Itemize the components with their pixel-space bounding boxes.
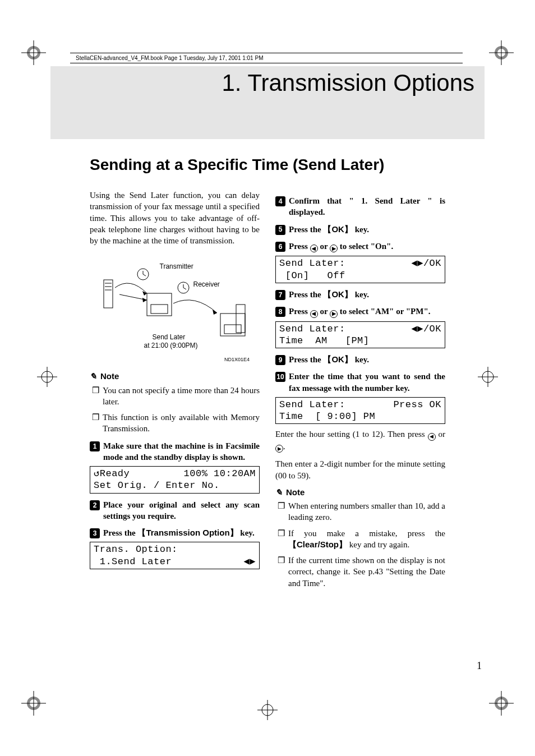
step-badge: 8 [275,307,285,317]
lcd-line: Send Later: [279,258,345,269]
step-badge: 10 [275,372,285,382]
step-text: Press the OK key. [289,224,369,235]
lcd-display: Trans. Option: 1.Send Later◀▶ [90,542,260,569]
chapter-title: 1. Transmission Options [222,70,474,96]
lcd-line: Set Orig. / Enter No. [94,480,220,491]
lcd-line: Send Later: [279,399,345,410]
body-text-part: Enter the hour setting (1 to 12). Then p… [275,430,428,439]
note-item: This function is only available with Mem… [103,412,260,435]
header-strip: StellaCEN-advanced_V4_FM.book Page 1 Tue… [76,55,263,61]
pencil-icon: ✎ [90,371,97,382]
note-heading-text: Note [286,487,305,498]
lcd-display: Send Later:Press OK Time [ 9:00] PM [275,397,445,425]
diagram-time-label: at 21:00 (9:00PM) [144,341,198,350]
step-text: Make sure that the machine is in Facsimi… [103,440,260,463]
step-text-part: key. [353,290,369,299]
step-text: Press the Transmission Option key. [103,527,255,538]
lcd-line: Trans. Option: [94,544,178,555]
crop-mark-icon [489,40,514,65]
svg-marker-35 [142,298,147,302]
step-text-part: key. [353,225,369,234]
left-column: Using the Send Later function, you can d… [90,190,260,593]
crop-mark-icon [489,691,514,716]
lcd-line-right: ◀▶/OK [411,323,441,335]
step-text-part: Press [289,242,310,251]
step-text-part: Press the [289,225,323,234]
diagram-transmitter-label: Transmitter [160,262,193,271]
step-badge: 9 [275,355,285,365]
key-ok: OK [323,289,353,299]
step-badge: 3 [90,528,100,538]
note-heading-text: Note [100,371,119,382]
step-text-part: Press the [289,290,323,299]
intro-paragraph: Using the Send Later function, you can d… [90,190,260,246]
right-arrow-icon: ▶ [330,245,338,252]
note-item: You can not specify a time more than 24 … [103,385,260,408]
section-title: Sending at a Specific Time (Send Later) [90,156,485,174]
lcd-line-right: ◀▶/OK [411,257,441,269]
step-text: Confirm that " 1. Send Later " is displa… [289,195,445,218]
lcd-line-right: ◀▶ [244,556,256,568]
left-arrow-icon: ◀ [310,310,318,318]
step-text: Press the OK key. [289,354,369,365]
note-text-part: key and try again. [347,540,409,549]
step-text-part: key. [238,528,255,537]
svg-line-33 [143,274,146,276]
step-text: Enter the time that you want to send the… [289,371,445,394]
step-text-part: key. [353,355,369,364]
body-text: Then enter a 2-digit number for the minu… [275,458,445,481]
step-badge: 1 [90,441,100,451]
step-text: Press the OK key. [289,289,369,300]
step-text-part: Press the [289,355,323,364]
lcd-display: ↺Ready100% 10:20AM Set Orig. / Enter No. [90,466,260,494]
note-heading: ✎ Note [275,487,445,498]
svg-line-38 [183,288,186,289]
chapter-banner: 1. Transmission Options [50,66,485,139]
step-text-part: to select "AM" or "PM". [338,307,430,316]
lcd-display: Send Later:◀▶/OK Time AM [PM] [275,321,445,349]
step-badge: 4 [275,196,285,206]
left-arrow-icon: ◀ [428,433,436,441]
diagram-sendlater-label: Send Later [153,333,186,342]
lcd-line: [On] Off [279,270,345,281]
right-arrow-icon: ▶ [330,310,338,318]
step-text: Press ◀ or ▶ to select "On". [289,241,393,253]
step-text: Place your original and select any scan … [103,499,260,522]
svg-marker-34 [142,291,147,296]
lcd-line: Time AM [PM] [279,335,370,346]
step-badge: 5 [275,225,285,235]
lcd-line-right: 100% 10:20AM [184,468,256,480]
crop-mark-icon [21,691,46,716]
left-arrow-icon: ◀ [310,245,318,252]
note-item: If the current time shown on the display… [288,555,445,589]
key-transmission-option: Transmission Option [137,528,238,537]
lcd-line: Send Later: [279,324,345,334]
key-clear-stop: Clear/Stop [288,540,347,549]
note-item: If you make a mistake, press the Clear/S… [288,528,445,551]
page-number: 1 [477,660,482,672]
svg-rect-42 [236,305,245,333]
step-badge: 6 [275,242,285,252]
key-ok: OK [323,354,353,364]
step-text-part: Press [289,307,310,316]
lcd-line: Time [ 9:00] PM [279,411,375,422]
lcd-line: 1.Send Later [94,556,172,567]
send-later-diagram: Transmitter Receiver Send Later at 21:00… [99,254,251,355]
step-text-part: Press the [103,528,137,537]
pencil-icon: ✎ [275,487,283,498]
note-text-part: If you make a mistake, press the [288,529,445,538]
note-item: When entering numbers smaller than 10, a… [288,500,445,523]
key-ok: OK [323,224,353,234]
lcd-display: Send Later:◀▶/OK [On] Off [275,256,445,283]
step-badge: 7 [275,290,285,300]
lcd-line: ↺Ready [94,468,130,479]
svg-rect-30 [151,305,168,314]
body-text-part: . [283,442,285,451]
body-text: Enter the hour setting (1 to 12). Then p… [275,428,445,453]
lcd-line-right: Press OK [393,399,441,411]
right-arrow-icon: ▶ [275,445,283,453]
crop-mark-icon [21,40,46,65]
step-badge: 2 [90,500,100,510]
diagram-receiver-label: Receiver [193,280,220,289]
step-text: Press ◀ or ▶ to select "AM" or "PM". [289,306,431,318]
